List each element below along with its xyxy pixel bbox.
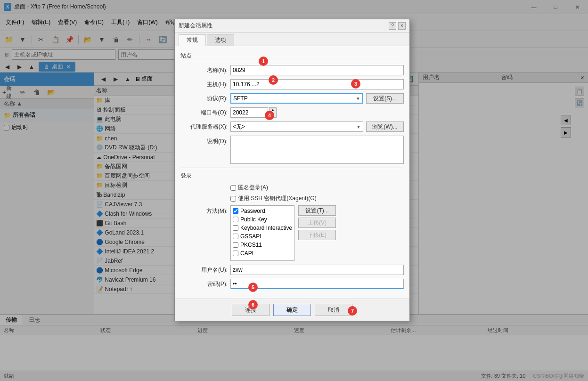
- anon-checkbox-row: 匿名登录(A): [230, 184, 404, 192]
- method-keyboard: Keyboard Interactive: [233, 225, 292, 231]
- desc-row: 说明(D):: [180, 136, 404, 164]
- port-label: 端口号(O):: [180, 109, 228, 117]
- method-row: 方法(M): Password Public Key K: [180, 205, 404, 261]
- desc-textarea[interactable]: [230, 136, 404, 164]
- host-row: 主机(H):: [180, 79, 404, 89]
- publickey-checkbox[interactable]: [233, 217, 238, 222]
- proxy-dropdown-icon: ▼: [356, 124, 361, 130]
- method-publickey: Public Key: [233, 216, 292, 223]
- login-section-title: 登录: [180, 172, 404, 180]
- dialog-tabs: 常规 选项: [175, 32, 409, 46]
- site-section-title: 站点: [180, 52, 404, 61]
- password-checkbox[interactable]: [233, 208, 238, 214]
- name-label: 名称(N):: [180, 66, 228, 74]
- user-label: 用户名(U):: [180, 266, 228, 274]
- host-label: 主机(H):: [180, 81, 228, 89]
- dialog-footer: 连接 确定 取消: [175, 299, 409, 321]
- dialog-help-btn[interactable]: ?: [389, 22, 396, 30]
- protocol-label: 协议(R):: [180, 95, 228, 103]
- pkcs11-label: PKCS11: [240, 242, 262, 248]
- proxy-label: 代理服务器(X):: [180, 123, 228, 131]
- method-password: Password: [233, 208, 292, 214]
- dropdown-arrow-icon: ▼: [356, 96, 360, 101]
- protocol-select[interactable]: SFTP ▼: [230, 93, 363, 104]
- port-input[interactable]: [230, 107, 268, 118]
- tab-general[interactable]: 常规: [179, 34, 206, 46]
- method-gssapi: GSSAPI: [233, 233, 292, 240]
- method-label: 方法(M):: [180, 205, 228, 215]
- ssh-label: 使用 SSH 密钥代理(Xagent)(G): [238, 195, 317, 203]
- cancel-button[interactable]: 取消: [315, 304, 352, 316]
- pass-label-field: 密码(P):: [180, 280, 228, 288]
- method-container: Password Public Key Keyboard Interactive: [230, 205, 336, 261]
- ssh-checkbox[interactable]: [230, 196, 236, 202]
- anon-checkbox[interactable]: [230, 185, 236, 191]
- port-row: 端口号(O): ▲ ▼: [180, 107, 404, 118]
- method-down-btn[interactable]: 下移(E): [298, 230, 336, 240]
- capi-checkbox[interactable]: [233, 251, 238, 256]
- pkcs11-checkbox[interactable]: [233, 242, 238, 248]
- protocol-row: 协议(R): SFTP ▼ 设置(S)...: [180, 93, 404, 104]
- anon-row: 匿名登录(A) 使用 SSH 密钥代理(Xagent)(G): [230, 184, 404, 203]
- gssapi-checkbox[interactable]: [233, 234, 238, 239]
- keyboard-label: Keyboard Interactive: [240, 225, 292, 231]
- pass-row: 密码(P):: [180, 279, 404, 289]
- pass-input-field[interactable]: [230, 279, 404, 289]
- method-buttons: 设置(T)... 上移(V) 下移(E): [298, 205, 336, 240]
- desc-label: 说明(D):: [180, 136, 228, 146]
- name-input[interactable]: [230, 65, 404, 75]
- ok-button[interactable]: 确定: [273, 304, 311, 316]
- app-window: X 桌面 - Xftp 7 (Free for Home/School) — □…: [0, 0, 588, 381]
- dialog-title-btns: ? ×: [389, 22, 406, 30]
- port-up-btn[interactable]: ▲: [270, 108, 276, 113]
- user-row: 用户名(U):: [180, 265, 404, 275]
- port-down-btn[interactable]: ▼: [270, 113, 276, 117]
- connect-button[interactable]: 连接: [232, 304, 270, 316]
- dialog-title: 新建会话属性: [179, 22, 389, 30]
- protocol-value: SFTP: [233, 95, 248, 102]
- gssapi-label: GSSAPI: [240, 233, 261, 240]
- host-field[interactable]: [230, 79, 404, 89]
- method-up-btn[interactable]: 上移(V): [298, 218, 336, 228]
- method-settings-btn[interactable]: 设置(T)...: [298, 205, 336, 216]
- port-spinner: ▲ ▼: [269, 107, 277, 118]
- capi-label: CAPI: [240, 250, 253, 257]
- section-divider: [180, 168, 404, 168]
- method-list: Password Public Key Keyboard Interactive: [230, 205, 294, 261]
- method-capi: CAPI: [233, 250, 292, 257]
- settings-btn[interactable]: 设置(S)...: [366, 93, 404, 104]
- keyboard-checkbox[interactable]: [233, 225, 238, 231]
- dialog-close-btn[interactable]: ×: [398, 22, 406, 30]
- user-input-field[interactable]: [230, 265, 404, 275]
- dialog-title-bar: 新建会话属性 ? ×: [175, 19, 409, 32]
- proxy-row: 代理服务器(X): <无> ▼ 浏览(W)...: [180, 122, 404, 132]
- anon-label: 匿名登录(A): [238, 184, 268, 192]
- port-wrapper: ▲ ▼: [230, 107, 277, 118]
- browse-btn[interactable]: 浏览(W)...: [366, 122, 404, 132]
- proxy-value: <无>: [233, 123, 245, 131]
- proxy-select[interactable]: <无> ▼: [230, 122, 363, 132]
- tab-options[interactable]: 选项: [207, 34, 234, 46]
- new-session-dialog: 新建会话属性 ? × 常规 选项 站点 名称(N): 主机(H): 协议(R):: [174, 19, 410, 321]
- password-label: Password: [240, 208, 265, 214]
- method-pkcs11: PKCS11: [233, 242, 292, 248]
- name-row: 名称(N):: [180, 65, 404, 75]
- dialog-body: 站点 名称(N): 主机(H): 协议(R): SFTP ▼ 设置(S)... …: [175, 46, 409, 299]
- ssh-checkbox-row: 使用 SSH 密钥代理(Xagent)(G): [230, 195, 404, 203]
- publickey-label: Public Key: [240, 216, 267, 223]
